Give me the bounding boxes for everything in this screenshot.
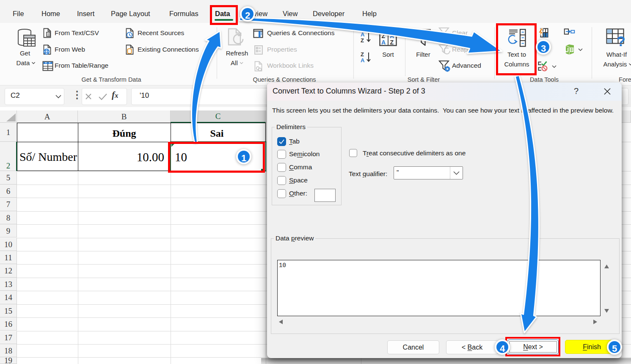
svg-text:Z: Z [361, 51, 364, 58]
svg-text:A: A [381, 39, 386, 46]
svg-text:Z: Z [361, 37, 364, 43]
svg-text:A: A [361, 31, 365, 38]
svg-text:A: A [361, 57, 365, 63]
svg-text:Z: Z [390, 39, 394, 46]
svg-text:?: ? [617, 33, 625, 46]
